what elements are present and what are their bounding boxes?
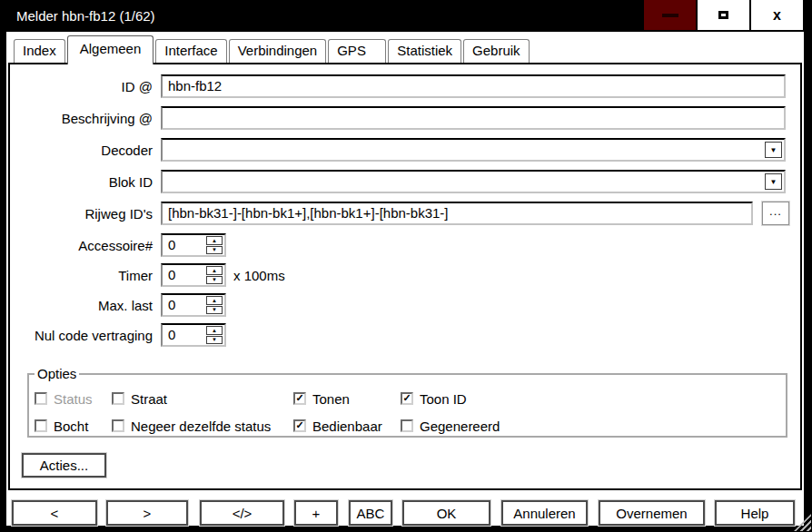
tonen-checkbox[interactable]: ✓ <box>293 392 306 405</box>
status-checkbox-label: Status <box>54 391 93 407</box>
straat-checkbox[interactable] <box>112 392 124 405</box>
spinner-buttons: ▲ ▼ <box>206 266 223 284</box>
checkbox-gegenereerd[interactable]: Gegenereerd <box>401 419 786 433</box>
max-last-label: Max. last <box>10 298 161 313</box>
bottom-button-bar: < > </> + ABC OK Annuleren Overnemen Hel… <box>12 500 795 526</box>
checkbox-toon-id[interactable]: ✓ Toon ID <box>401 391 786 406</box>
tab-page-algemeen: ID @ hbn-fb12 Beschrijving @ Decoder ▼ B… <box>8 63 802 490</box>
checkbox-tonen[interactable]: ✓ Tonen <box>293 391 401 406</box>
add-button[interactable]: + <box>294 500 338 526</box>
window-title: Melder hbn-fb12 (1/62) <box>16 8 155 24</box>
tab-index[interactable]: Index <box>14 39 65 63</box>
arrow-down-icon: ▼ <box>212 247 217 252</box>
tab-verbindingen[interactable]: Verbindingen <box>229 39 327 63</box>
rijweg-ids-browse-button[interactable]: ... <box>762 202 789 225</box>
timer-stepper[interactable]: 0 ▲ ▼ <box>161 263 226 287</box>
code-view-button[interactable]: </> <box>200 500 284 526</box>
rijweg-ids-label: Rijweg ID's <box>10 206 161 222</box>
checkbox-bocht[interactable]: Bocht <box>35 419 112 433</box>
dialog-client-area: Index Algemeen Interface Verbindingen GP… <box>6 32 804 526</box>
spin-down-button[interactable]: ▼ <box>206 336 223 345</box>
nul-code-vertraging-label: Nul code vertraging <box>10 328 161 343</box>
id-label: ID @ <box>10 79 161 94</box>
gegenereerd-checkbox[interactable] <box>401 419 413 432</box>
accessoire-value: 0 <box>168 237 175 252</box>
arrow-down-icon: ▼ <box>212 337 217 342</box>
spin-up-button[interactable]: ▲ <box>206 326 223 335</box>
form-row: Max. last 0 ▲ ▼ <box>10 293 800 317</box>
tonen-checkbox-label: Tonen <box>312 391 350 407</box>
tab-statistiek[interactable]: Statistiek <box>388 39 461 63</box>
decoder-dropdown-button[interactable]: ▼ <box>765 142 782 158</box>
decoder-select[interactable]: ▼ <box>161 138 786 162</box>
previous-record-button[interactable]: < <box>12 500 97 526</box>
checkbox-straat[interactable]: Straat <box>112 391 293 406</box>
arrow-down-icon: ▼ <box>212 277 217 282</box>
tab-gebruik[interactable]: Gebruik <box>463 39 530 63</box>
ok-button[interactable]: OK <box>402 500 490 526</box>
timer-value: 0 <box>168 267 175 282</box>
nul-code-vertraging-stepper[interactable]: 0 ▲ ▼ <box>161 323 226 347</box>
minimize-icon <box>662 14 678 17</box>
nul-code-vertraging-value: 0 <box>168 327 175 342</box>
maximize-button[interactable] <box>698 0 749 30</box>
next-record-button[interactable]: > <box>106 500 188 526</box>
chevron-down-icon: ▼ <box>770 178 777 186</box>
timer-unit-label: x 100ms <box>233 268 285 283</box>
bocht-checkbox[interactable] <box>35 419 47 432</box>
blok-id-dropdown-button[interactable]: ▼ <box>765 173 782 190</box>
minimize-button[interactable] <box>644 0 696 30</box>
ellipsis-icon: ... <box>769 204 782 218</box>
timer-label: Timer <box>10 268 161 283</box>
acties-button[interactable]: Acties... <box>22 453 106 478</box>
form-row: ID @ hbn-fb12 <box>10 74 800 98</box>
overnemen-button[interactable]: Overnemen <box>599 500 705 526</box>
id-input[interactable]: hbn-fb12 <box>161 74 786 98</box>
accessoire-label: Accessoire# <box>10 238 161 253</box>
spinner-buttons: ▲ ▼ <box>206 326 223 344</box>
checkbox-status[interactable]: Status <box>35 391 112 406</box>
toon-id-checkbox-label: Toon ID <box>420 391 467 407</box>
checkbox-bedienbaar[interactable]: ✓ Bedienbaar <box>293 419 401 433</box>
spin-up-button[interactable]: ▲ <box>206 236 223 245</box>
beschrijving-input[interactable] <box>161 106 786 130</box>
arrow-up-icon: ▲ <box>212 268 217 273</box>
negeer-dezelfde-status-checkbox[interactable] <box>112 419 124 432</box>
arrow-down-icon: ▼ <box>212 307 217 312</box>
spin-down-button[interactable]: ▼ <box>206 276 223 285</box>
tab-algemeen[interactable]: Algemeen <box>67 35 154 64</box>
tab-interface[interactable]: Interface <box>155 39 226 63</box>
abc-button[interactable]: ABC <box>349 500 392 526</box>
negeer-dezelfde-status-checkbox-label: Negeer dezelfde status <box>131 419 271 434</box>
status-checkbox[interactable] <box>35 392 47 405</box>
help-button[interactable]: Help <box>715 500 795 526</box>
blok-id-select[interactable]: ▼ <box>161 170 786 193</box>
close-icon: x <box>773 8 781 23</box>
form-row: Accessoire# 0 ▲ ▼ <box>10 233 800 257</box>
max-last-value: 0 <box>168 297 175 312</box>
arrow-up-icon: ▲ <box>212 298 217 303</box>
spin-up-button[interactable]: ▲ <box>206 296 223 305</box>
decoder-label: Decoder <box>10 143 161 158</box>
spin-down-button[interactable]: ▼ <box>206 246 223 255</box>
spin-up-button[interactable]: ▲ <box>206 266 223 275</box>
arrow-up-icon: ▲ <box>212 328 217 333</box>
checkbox-row: Bocht Negeer dezelfde status ✓ Bedienbaa… <box>35 419 786 433</box>
form-row: Blok ID ▼ <box>10 170 800 193</box>
toon-id-checkbox[interactable]: ✓ <box>401 392 413 405</box>
checkbox-negeer-dezelfde-status[interactable]: Negeer dezelfde status <box>112 419 293 433</box>
annuleren-button[interactable]: Annuleren <box>501 500 588 526</box>
window-controls: x <box>644 0 803 30</box>
spin-down-button[interactable]: ▼ <box>206 306 223 315</box>
opties-groupbox: Opties Status Straat ✓ Tonen ✓ Toon ID <box>27 373 787 438</box>
rijweg-ids-input[interactable]: [hbn-bk31-]-[hbn-bk1+],[hbn-bk1+]-[hbn-b… <box>161 202 753 225</box>
opties-group-title: Opties <box>35 366 79 381</box>
straat-checkbox-label: Straat <box>131 391 167 407</box>
accessoire-stepper[interactable]: 0 ▲ ▼ <box>161 233 226 257</box>
close-button[interactable]: x <box>751 0 803 30</box>
chevron-down-icon: ▼ <box>770 146 777 154</box>
blok-id-label: Blok ID <box>10 174 161 190</box>
max-last-stepper[interactable]: 0 ▲ ▼ <box>161 293 226 317</box>
tab-gps[interactable]: GPS <box>328 39 386 63</box>
bedienbaar-checkbox[interactable]: ✓ <box>293 419 306 432</box>
